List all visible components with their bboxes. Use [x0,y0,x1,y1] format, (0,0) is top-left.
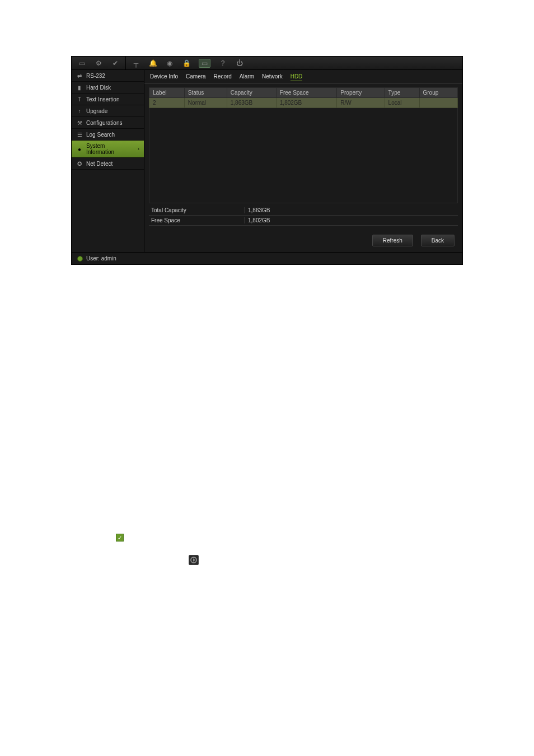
status-bar: User: admin [72,252,462,264]
summary-total-row: Total Capacity 1,863GB [149,206,458,216]
play-badge-icon [189,555,199,565]
serial-icon: ⇄ [76,72,83,79]
cell-status: Normal [184,98,227,108]
tab-network[interactable]: Network [262,73,283,81]
upgrade-icon: ↑ [76,108,83,114]
free-space-value: 1,802GB [244,217,270,223]
sidebar-item-net-detect[interactable]: ✪ Net Detect [72,158,144,170]
cell-capacity: 1,863GB [227,98,276,108]
help-icon[interactable]: ? [218,59,227,68]
summary-free-row: Free Space 1,802GB [149,216,458,226]
tab-record[interactable]: Record [214,73,232,81]
tab-alarm[interactable]: Alarm [240,73,254,81]
text-insert-icon: T [76,96,83,102]
top-toolbar: ▭ ⚙ ✔ ┬ 🔔 ◉ 🔒 ▭ ? ⏻ [72,57,462,70]
sidebar-item-upgrade[interactable]: ↑ Upgrade [72,105,144,117]
cell-property: R/W [337,98,385,108]
sidebar-item-configurations[interactable]: ⚒ Configurations [72,117,144,129]
table-empty-area [149,108,458,203]
sidebar-item-label: RS-232 [86,73,105,79]
monitor-icon[interactable]: ▭ [77,59,86,68]
col-property[interactable]: Property [337,88,385,98]
sidebar-item-label: Text Insertion [86,96,119,102]
hdd-icon: ▮ [76,84,83,91]
sidebar: ⇄ RS-232 ▮ Hard Disk T Text Insertion ↑ … [72,70,144,252]
page-inline-icons: ✓ [71,534,463,578]
free-space-label: Free Space [149,217,244,223]
tab-device-info[interactable]: Device Info [150,73,178,81]
cell-group [419,98,458,108]
col-label[interactable]: Label [149,88,185,98]
sidebar-item-hard-disk[interactable]: ▮ Hard Disk [72,82,144,94]
back-button[interactable]: Back [421,235,455,246]
summary-panel: Total Capacity 1,863GB Free Space 1,802G… [144,206,462,226]
sidebar-item-label: System Information [86,143,134,155]
sidebar-item-label: Configurations [86,120,122,126]
net-detect-icon: ✪ [76,160,83,167]
sidebar-item-label: Net Detect [86,161,113,167]
display-config-icon[interactable]: ▭ [199,59,210,68]
total-capacity-label: Total Capacity [149,207,244,213]
user-status-icon [77,256,83,262]
cell-free-space: 1,802GB [276,98,337,108]
cell-label: 2 [149,98,185,108]
sidebar-item-log-search[interactable]: ☰ Log Search [72,129,144,141]
check-badge-icon: ✓ [116,534,124,542]
lock-icon[interactable]: 🔒 [182,59,191,68]
config-icon: ⚒ [76,119,83,126]
network-icon[interactable]: ┬ [132,59,140,68]
tab-hdd[interactable]: HDD [291,73,303,81]
globe-icon[interactable]: ◉ [165,59,174,68]
sidebar-item-label: Hard Disk [86,85,111,91]
info-icon: ● [76,146,83,152]
bell-icon[interactable]: 🔔 [148,59,157,68]
sidebar-item-rs232[interactable]: ⇄ RS-232 [72,70,144,82]
total-capacity-value: 1,863GB [244,207,270,213]
refresh-button[interactable]: Refresh [372,235,413,246]
sidebar-item-text-insertion[interactable]: T Text Insertion [72,94,144,105]
hdd-table: Label Status Capacity Free Space Propert… [149,87,458,108]
power-icon[interactable]: ⏻ [235,59,244,68]
content-pane: Device Info Camera Record Alarm Network … [144,70,462,252]
col-group[interactable]: Group [419,88,458,98]
table-header-row: Label Status Capacity Free Space Propert… [149,88,458,98]
app-window: ▭ ⚙ ✔ ┬ 🔔 ◉ 🔒 ▭ ? ⏻ ⇄ RS-232 ▮ Hard Disk [71,56,463,265]
sidebar-item-label: Upgrade [86,108,107,114]
sidebar-item-system-information[interactable]: ● System Information › [72,141,144,158]
action-bar: Refresh Back [144,226,462,252]
sidebar-item-label: Log Search [86,132,115,138]
chevron-right-icon: › [138,146,139,152]
table-row[interactable]: 2 Normal 1,863GB 1,802GB R/W Local [149,98,458,108]
user-label: User: admin [86,255,116,262]
col-free-space[interactable]: Free Space [276,88,337,98]
camera-icon[interactable]: ⚙ [94,59,103,68]
tab-bar: Device Info Camera Record Alarm Network … [144,70,462,84]
log-icon: ☰ [76,131,83,138]
col-status[interactable]: Status [184,88,227,98]
cell-type: Local [385,98,419,108]
tab-camera[interactable]: Camera [186,73,206,81]
check-circle-icon[interactable]: ✔ [111,59,120,68]
col-capacity[interactable]: Capacity [227,88,276,98]
col-type[interactable]: Type [385,88,419,98]
